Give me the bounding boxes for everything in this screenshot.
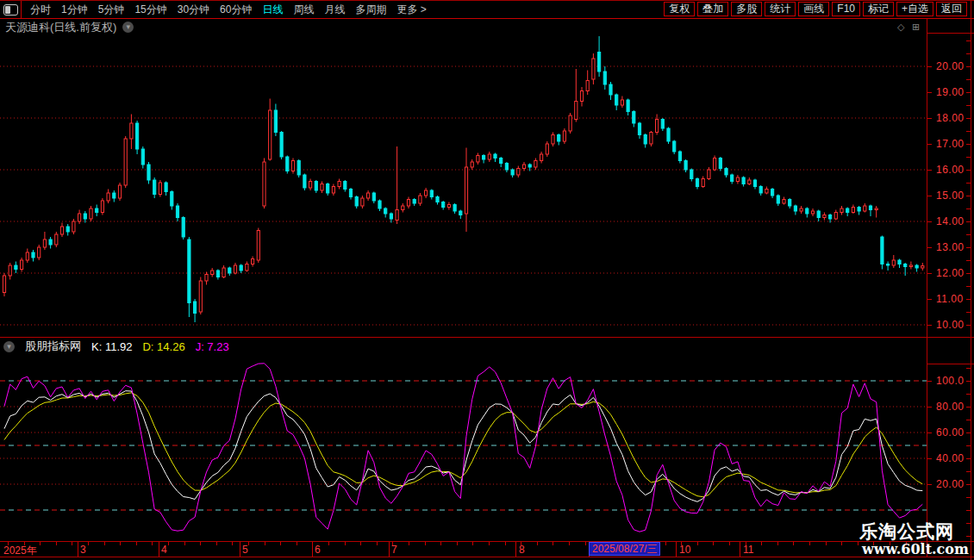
toolbar-period-7[interactable]: 周线 xyxy=(288,3,319,17)
axis-tick xyxy=(966,368,971,369)
toolbar-button-3[interactable]: 统计 xyxy=(765,2,796,16)
indicator-axis-label: 60.00 xyxy=(936,426,965,439)
axis-tick xyxy=(966,92,971,93)
price-axis-label: 14.00 xyxy=(936,215,965,227)
toolbar-button-7[interactable]: +自选 xyxy=(896,2,933,16)
month-separator xyxy=(740,542,740,557)
month-separator xyxy=(240,542,240,557)
time-tick xyxy=(72,542,72,545)
toolbar-button-5[interactable]: F10 xyxy=(832,2,860,16)
time-tick xyxy=(184,542,185,545)
indicator-header[interactable]: ▾ 股朋指标网 K: 11.92 D: 14.26 J: 7.23 xyxy=(0,339,927,354)
time-axis[interactable] xyxy=(0,542,927,557)
axis-tick xyxy=(966,53,971,54)
axis-tick xyxy=(966,157,971,158)
toolbar-period-6[interactable]: 日线 xyxy=(257,3,288,17)
time-tick xyxy=(761,542,762,545)
axis-tick xyxy=(966,66,971,67)
axis-tick xyxy=(966,445,971,446)
toolbar-period-8[interactable]: 月线 xyxy=(319,3,350,17)
toolbar-button-4[interactable]: 画线 xyxy=(798,2,829,16)
time-axis-label: 2025年 xyxy=(3,544,37,558)
time-tick xyxy=(377,542,378,545)
time-tick xyxy=(505,542,506,545)
axis-tick xyxy=(927,92,932,93)
toolbar-period-9[interactable]: 多周期 xyxy=(350,3,391,17)
axis-tick xyxy=(927,118,932,119)
indicator-gridlines xyxy=(0,381,927,510)
time-tick xyxy=(858,542,858,545)
axis-tick xyxy=(966,536,971,537)
price-axis-label: 17.00 xyxy=(936,138,965,150)
toolbar-button-2[interactable]: 多股 xyxy=(731,2,762,16)
indicator-axis-label: 20.00 xyxy=(936,478,965,490)
toolbar-period-10[interactable]: 更多 > xyxy=(391,3,431,17)
month-separator xyxy=(515,542,516,557)
time-tick xyxy=(697,542,698,545)
screen-right-border xyxy=(971,0,971,560)
diamond-marker-icon[interactable]: ◇ xyxy=(897,22,904,33)
indicator-axis-label: 40.00 xyxy=(936,452,965,464)
axis-tick xyxy=(927,484,932,485)
kdj-indicator-chart[interactable] xyxy=(0,355,927,541)
time-axis-label: 6 xyxy=(315,544,321,556)
time-tick xyxy=(88,542,89,545)
axis-tick xyxy=(927,273,932,274)
plot-right-border xyxy=(927,19,927,557)
price-axis-label: 16.00 xyxy=(936,164,965,176)
time-tick xyxy=(553,542,553,545)
time-tick xyxy=(328,542,329,545)
axis-tick xyxy=(927,170,932,171)
month-separator xyxy=(676,542,677,557)
pane-split-icon[interactable]: ⊞ xyxy=(912,22,920,33)
layout-split-icon[interactable] xyxy=(3,4,18,16)
time-tick xyxy=(489,542,490,545)
chevron-down-icon[interactable]: ▾ xyxy=(3,341,15,352)
time-tick xyxy=(152,542,153,545)
chart-title-row[interactable]: 天源迪科(日线.前复权) ▾ xyxy=(0,19,927,35)
pane-divider xyxy=(0,337,974,338)
price-axis-label: 11.00 xyxy=(936,293,964,305)
axis-tick xyxy=(966,144,971,145)
price-axis-label: 12.00 xyxy=(936,267,965,279)
axis-tick xyxy=(966,497,971,498)
time-axis-label: 5 xyxy=(242,544,248,556)
axis-tick xyxy=(927,407,932,408)
time-tick xyxy=(537,542,538,545)
toolbar-period-2[interactable]: 5分钟 xyxy=(93,3,130,17)
toolbar-button-8[interactable]: 返回 xyxy=(936,2,967,16)
candles xyxy=(3,36,923,322)
d-line xyxy=(4,393,922,497)
axis-tick xyxy=(966,170,971,171)
axis-tick xyxy=(966,458,971,459)
time-tick xyxy=(248,542,249,545)
time-tick xyxy=(280,542,281,545)
toolbar-button-6[interactable]: 标记 xyxy=(863,2,894,16)
toolbar-actions: 复权叠加多股统计画线F10标记+自选返回 xyxy=(664,2,967,16)
axis-tick xyxy=(966,273,971,274)
axis-tick xyxy=(927,458,932,459)
time-tick xyxy=(457,542,458,545)
axis-tick xyxy=(927,381,932,382)
toolbar-period-4[interactable]: 30分钟 xyxy=(172,3,215,17)
axis-tick xyxy=(966,260,971,261)
toolbar-period-0[interactable]: 分时 xyxy=(25,3,56,17)
toolbar-button-0[interactable]: 复权 xyxy=(664,2,695,16)
app-window: 分时1分钟5分钟15分钟30分钟60分钟日线周线月线多周期更多 > 复权叠加多股… xyxy=(0,0,974,560)
toolbar-period-5[interactable]: 60分钟 xyxy=(215,3,257,17)
toolbar-period-1[interactable]: 1分钟 xyxy=(56,3,93,17)
time-tick xyxy=(826,542,827,545)
indicator-name: 股朋指标网 xyxy=(25,339,81,354)
toolbar-button-1[interactable]: 叠加 xyxy=(697,2,728,16)
axis-tick xyxy=(966,420,971,420)
toolbar-period-3[interactable]: 15分钟 xyxy=(129,3,172,17)
axis-tick xyxy=(966,234,971,235)
time-tick xyxy=(425,542,426,545)
price-axis-label: 20.00 xyxy=(936,60,965,72)
chevron-down-icon[interactable]: ▾ xyxy=(122,22,134,33)
time-tick xyxy=(168,542,169,545)
period-menu: 分时1分钟5分钟15分钟30分钟60分钟日线周线月线多周期更多 > xyxy=(25,3,432,17)
axis-tick xyxy=(966,118,971,119)
indicator-axis-label: 100.0 xyxy=(936,375,965,387)
candlestick-chart[interactable] xyxy=(0,36,927,337)
